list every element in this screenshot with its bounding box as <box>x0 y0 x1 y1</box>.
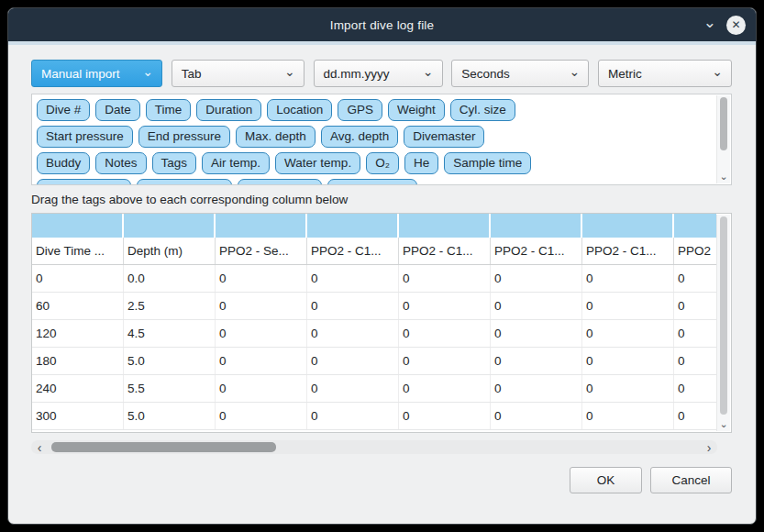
drop-cell[interactable] <box>399 214 489 238</box>
combo-value: Manual import <box>41 67 120 81</box>
tag-notes[interactable]: Notes <box>95 152 146 174</box>
combo-field-separator[interactable]: Tab⌄ <box>172 60 304 87</box>
combo-value: Tab <box>182 67 202 81</box>
tag-sample-cns[interactable]: Sample CNS <box>327 179 417 184</box>
table-cell: 5.5 <box>124 375 216 402</box>
combo-value: Seconds <box>461 67 510 81</box>
tagpool-scroll-thumb[interactable] <box>720 97 727 150</box>
tag-weight[interactable]: Weight <box>388 99 445 121</box>
table-cell: 0 <box>216 265 307 292</box>
table-cell: 0 <box>674 375 716 402</box>
close-icon[interactable]: ✕ <box>726 16 746 35</box>
table-cell: 0 <box>307 293 399 319</box>
table-body: 00.0000000602.50000001204.50000001805.00… <box>32 265 716 430</box>
import-preview-table: Dive Time ...Depth (m)PPO2 - Se...PPO2 -… <box>31 213 732 433</box>
tag-sample-temp[interactable]: Sample temp. <box>137 179 231 184</box>
combo-row: Manual import⌄Tab⌄dd.mm.yyyy⌄Seconds⌄Met… <box>31 60 732 87</box>
combo-time-format[interactable]: Seconds⌄ <box>451 60 589 87</box>
drop-cell[interactable] <box>491 214 581 238</box>
combo-import-source[interactable]: Manual import⌄ <box>31 60 162 87</box>
table-cell: 0 <box>582 348 674 374</box>
tag-dive[interactable]: Dive # <box>37 99 90 121</box>
tag-row: BuddyNotesTagsAir temp.Water temp.O₂HeSa… <box>37 152 716 174</box>
tag-water-temp[interactable]: Water temp. <box>275 152 360 174</box>
table-cell: 240 <box>32 375 124 402</box>
tag-max-depth[interactable]: Max. depth <box>236 126 316 148</box>
table-cell: 0 <box>399 403 491 429</box>
table-cell: 0 <box>399 375 491 402</box>
table-cell: 0 <box>582 293 674 319</box>
tagpool-scrollbar[interactable]: ⌄ <box>716 95 730 183</box>
tag-divemaster[interactable]: Divemaster <box>404 126 484 148</box>
tag-row: Dive #DateTimeDurationLocationGPSWeightC… <box>37 99 716 121</box>
table-cell: 0 <box>491 375 582 402</box>
titlebar-buttons: ⌄ ✕ <box>703 8 746 41</box>
tag-row: Start pressureEnd pressureMax. depthAvg.… <box>37 126 716 148</box>
tag-o[interactable]: O₂ <box>366 152 399 174</box>
scroll-down-icon[interactable]: ⌄ <box>717 418 730 429</box>
column-header: PPO2 <box>674 238 716 264</box>
table-cell: 0 <box>674 403 716 429</box>
window-title: Import dive log file <box>330 18 435 32</box>
hscroll-thumb[interactable] <box>51 442 276 452</box>
drop-cell[interactable] <box>216 214 305 238</box>
tag-end-pressure[interactable]: End pressure <box>138 126 230 148</box>
tag-tags[interactable]: Tags <box>152 152 197 174</box>
tag-location[interactable]: Location <box>267 99 332 121</box>
table-cell: 300 <box>32 403 124 429</box>
scroll-down-icon[interactable]: ⌄ <box>717 171 730 182</box>
tag-avg-depth[interactable]: Avg. depth <box>321 126 398 148</box>
table-cell: 180 <box>32 348 124 374</box>
table-row: 3005.0000000 <box>32 403 716 430</box>
table-cell: 0 <box>216 320 307 347</box>
tag-cyl-size[interactable]: Cyl. size <box>450 99 515 121</box>
tag-buddy[interactable]: Buddy <box>37 152 90 174</box>
column-header: Depth (m) <box>124 238 216 264</box>
tag-start-pressure[interactable]: Start pressure <box>37 126 133 148</box>
tag-he[interactable]: He <box>404 152 438 174</box>
table-cell: 0 <box>582 265 674 292</box>
tag-date[interactable]: Date <box>95 99 140 121</box>
table-cell: 0.0 <box>124 265 216 292</box>
table-cell: 0 <box>307 265 399 292</box>
ok-button[interactable]: OK <box>570 467 642 493</box>
tag-row: Sample depthSample temp.Sample pO₂Sample… <box>37 179 716 184</box>
chevron-down-icon: ⌄ <box>142 65 153 78</box>
table-cell: 0 <box>32 265 124 292</box>
cancel-button[interactable]: Cancel <box>650 467 732 493</box>
tag-gps[interactable]: GPS <box>338 99 382 121</box>
combo-date-format[interactable]: dd.mm.yyyy⌄ <box>314 60 443 87</box>
tag-sample-time[interactable]: Sample time <box>444 152 531 174</box>
titlebar[interactable]: Import dive log file ⌄ ✕ <box>8 8 756 41</box>
tag-pool: Dive #DateTimeDurationLocationGPSWeightC… <box>31 94 732 185</box>
table-cell: 5.0 <box>124 348 216 374</box>
table-cell: 0 <box>399 265 491 292</box>
table-vscroll-thumb[interactable] <box>720 216 727 415</box>
scroll-left-icon[interactable]: ‹ <box>33 440 46 454</box>
table-vscrollbar[interactable]: ⌄ <box>716 215 730 431</box>
combo-units[interactable]: Metric⌄ <box>598 60 732 87</box>
tag-duration[interactable]: Duration <box>196 99 261 121</box>
scroll-right-icon[interactable]: › <box>703 440 715 454</box>
drop-cell[interactable] <box>582 214 672 238</box>
drop-cell[interactable] <box>674 214 716 238</box>
table-hscrollbar[interactable]: ‹ › <box>31 440 717 454</box>
table-cell: 60 <box>32 293 124 319</box>
table-grid: Dive Time ...Depth (m)PPO2 - Se...PPO2 -… <box>32 214 716 432</box>
drop-cell[interactable] <box>307 214 397 238</box>
table-cell: 0 <box>674 348 716 374</box>
table-cell: 0 <box>674 320 716 347</box>
shade-chevron-icon[interactable]: ⌄ <box>703 15 716 30</box>
tag-sample-depth[interactable]: Sample depth <box>37 179 131 184</box>
table-cell: 2.5 <box>124 293 216 319</box>
drop-cell[interactable] <box>32 214 122 238</box>
tag-sample-po[interactable]: Sample pO₂ <box>238 179 323 184</box>
tag-air-temp[interactable]: Air temp. <box>202 152 270 174</box>
table-cell: 0 <box>216 293 307 319</box>
table-cell: 0 <box>216 348 307 374</box>
table-row: 1204.5000000 <box>32 320 716 348</box>
tag-time[interactable]: Time <box>146 99 192 121</box>
table-cell: 0 <box>307 403 399 429</box>
drop-cell[interactable] <box>124 214 214 238</box>
combo-value: dd.mm.yyyy <box>324 67 390 81</box>
